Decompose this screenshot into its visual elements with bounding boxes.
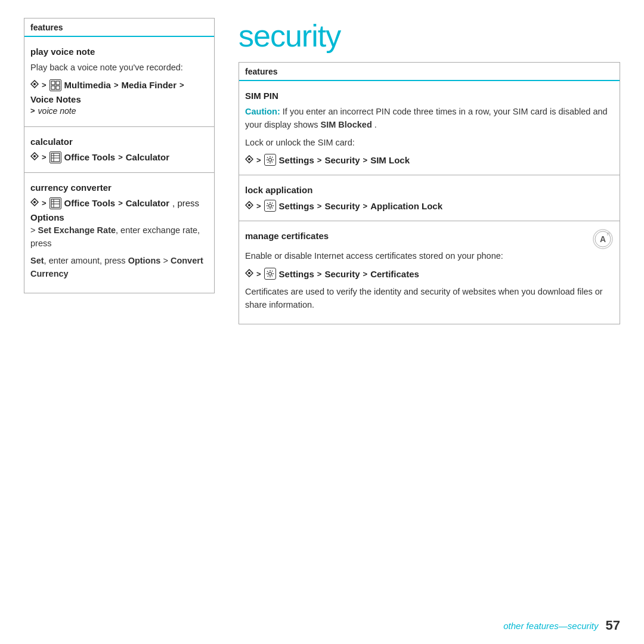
svg-rect-15 <box>51 199 60 208</box>
calculator-label-2: Calculator <box>126 198 169 208</box>
settings-gear-icon <box>264 154 276 166</box>
continuation-arrow: > <box>30 106 35 115</box>
play-voice-note-title: play voice note <box>30 47 208 57</box>
cert-nav-arrow-2: > <box>317 270 322 278</box>
lock-application-section: lock application > <box>239 175 620 221</box>
svg-point-30 <box>248 272 250 274</box>
calculator-title: calculator <box>30 137 208 147</box>
bullet-icon <box>30 80 39 90</box>
svg-point-23 <box>248 204 250 206</box>
settings-label-2: Settings <box>279 201 314 211</box>
voice-notes-label: Voice Notes <box>30 94 81 104</box>
bullet-icon-3 <box>30 198 39 208</box>
nav-arrow: > <box>42 80 47 89</box>
play-voice-note-nav: > Multimedia > <box>30 79 208 104</box>
sim-nav-arrow-3: > <box>363 156 368 165</box>
nav-arrow-1: > <box>114 80 119 89</box>
play-voice-note-desc: Play back a voice note you've recorded: <box>30 61 208 75</box>
press-options-text: , press <box>172 198 199 208</box>
security-label-2: Security <box>324 201 360 211</box>
svg-point-1 <box>33 83 36 85</box>
currency-step3: Set, enter amount, press Options > Conve… <box>30 255 208 281</box>
footer-page-number: 57 <box>606 618 620 633</box>
media-finder-label: Media Finder <box>122 80 177 90</box>
multimedia-label: Multimedia <box>64 80 111 90</box>
right-section-box: features SIM PIN Caution: If you enter a… <box>239 62 620 324</box>
left-column: features play voice note Play back a voi… <box>24 18 215 612</box>
svg-rect-2 <box>51 81 55 85</box>
currency-step2: > Set Exchange Rate, enter exchange rate… <box>30 224 208 250</box>
svg-point-24 <box>268 205 271 208</box>
options-bold: Options <box>30 212 64 222</box>
multimedia-icon <box>49 79 61 91</box>
cert-arrow: > <box>256 270 261 278</box>
svg-rect-3 <box>56 81 60 85</box>
footer-label: other features—security <box>503 621 598 631</box>
lock-nav-arrow-2: > <box>317 202 322 210</box>
caution-label: Caution: <box>245 107 280 116</box>
svg-rect-9 <box>51 153 60 162</box>
svg-rect-5 <box>56 86 60 89</box>
play-voice-note-section: play voice note Play back a voice note y… <box>24 37 214 126</box>
left-features-header: features <box>24 18 214 37</box>
lock-app-nav: > <box>245 200 614 212</box>
settings-label: Settings <box>279 155 314 165</box>
office-tools-label-2: Office Tools <box>64 198 116 208</box>
currency-converter-title: currency converter <box>30 182 208 193</box>
sim-nav-arrow: > <box>256 156 261 165</box>
main-content: features play voice note Play back a voi… <box>0 0 644 612</box>
sim-pin-section: SIM PIN Caution: If you enter an incorre… <box>239 81 620 175</box>
svg-point-14 <box>33 201 36 203</box>
bullet-icon-6 <box>245 269 253 279</box>
sim-blocked-label: SIM Blocked <box>321 120 372 129</box>
calculator-nav: > Office Tools > Calculator <box>30 151 208 163</box>
calculator-section: calculator > <box>24 127 214 172</box>
office-tools-icon-2 <box>49 197 61 209</box>
svg-text:n: n <box>606 231 609 237</box>
cert-nav: > <box>245 268 614 280</box>
certificate-icon: A n <box>592 228 614 250</box>
left-section-box: features play voice note Play back a voi… <box>24 18 215 293</box>
svg-point-31 <box>268 273 271 275</box>
svg-point-8 <box>33 155 36 157</box>
security-label: Security <box>324 155 360 165</box>
right-features-header: features <box>239 63 620 81</box>
sim-pin-caution: Caution: If you enter an incorrect PIN c… <box>245 106 614 132</box>
nav-arrow-2: > <box>179 80 184 89</box>
certificates-label: Certificates <box>370 269 419 279</box>
settings-label-3: Settings <box>279 269 314 279</box>
lock-nav-arrow-3: > <box>363 202 368 210</box>
settings-gear-icon-2 <box>264 200 276 212</box>
bullet-icon-2 <box>30 152 39 162</box>
caution-period: . <box>374 120 377 129</box>
settings-gear-icon-3 <box>264 268 276 280</box>
sim-lock-label: SIM Lock <box>370 155 410 165</box>
calc-arrow: > <box>42 153 47 162</box>
caution-text: If you enter an incorrect PIN code three… <box>245 107 608 129</box>
currency-converter-section: currency converter > <box>24 173 214 293</box>
voice-note-italic: voice note <box>38 106 76 116</box>
calculator-nav-label: Calculator <box>126 152 169 162</box>
footer: other features—security 57 <box>0 612 644 644</box>
application-lock-label: Application Lock <box>370 201 442 211</box>
bullet-icon-4 <box>245 155 253 165</box>
page: features play voice note Play back a voi… <box>0 0 644 644</box>
sim-nav-arrow-2: > <box>317 156 322 165</box>
sim-pin-title: SIM PIN <box>245 91 614 101</box>
office-tools-icon <box>49 151 61 163</box>
manage-certificates-title: manage certificates <box>245 231 329 241</box>
svg-text:A: A <box>600 234 606 244</box>
cert-footer-text: Certificates are used to verify the iden… <box>245 286 614 312</box>
calc-nav-arrow: > <box>118 153 123 162</box>
page-title: security <box>239 18 620 54</box>
voice-note-continuation: > voice note <box>30 106 208 116</box>
svg-point-21 <box>268 159 271 162</box>
cert-description: Enable or disable Internet access certif… <box>245 250 614 263</box>
lock-unlock-text: Lock or unlock the SIM card: <box>245 137 614 150</box>
currency-nav-arrow: > <box>118 199 123 208</box>
manage-certificates-section: manage certificates A n Enable or disabl… <box>239 221 620 323</box>
security-label-3: Security <box>324 269 360 279</box>
currency-nav: > Office Tools > Calculator <box>30 197 208 222</box>
svg-rect-4 <box>51 86 55 89</box>
bullet-icon-5 <box>245 201 253 211</box>
